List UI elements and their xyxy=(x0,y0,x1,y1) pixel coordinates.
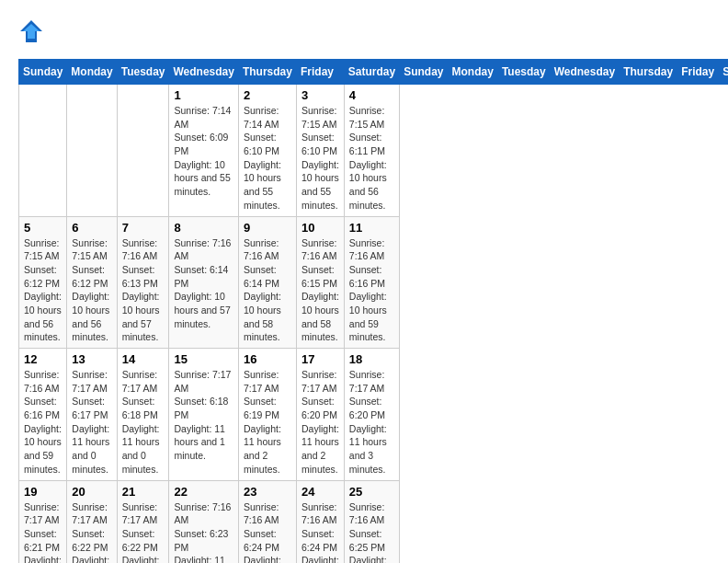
day-cell: 10Sunrise: 7:16 AM Sunset: 6:15 PM Dayli… xyxy=(296,216,344,349)
day-cell: 24Sunrise: 7:16 AM Sunset: 6:24 PM Dayli… xyxy=(296,480,344,563)
day-cell: 16Sunrise: 7:17 AM Sunset: 6:19 PM Dayli… xyxy=(238,349,296,481)
day-cell: 2Sunrise: 7:14 AM Sunset: 6:10 PM Daylig… xyxy=(238,85,296,217)
day-info: Sunrise: 7:17 AM Sunset: 6:20 PM Dayligh… xyxy=(349,368,394,477)
day-cell: 23Sunrise: 7:16 AM Sunset: 6:24 PM Dayli… xyxy=(238,480,296,563)
calendar-table: SundayMondayTuesdayWednesdayThursdayFrid… xyxy=(18,59,728,563)
day-number: 2 xyxy=(244,88,291,102)
day-cell: 11Sunrise: 7:16 AM Sunset: 6:16 PM Dayli… xyxy=(344,216,399,349)
week-row-1: 1Sunrise: 7:14 AM Sunset: 6:09 PM Daylig… xyxy=(19,85,729,217)
day-cell: 19Sunrise: 7:17 AM Sunset: 6:21 PM Dayli… xyxy=(19,480,67,563)
day-info: Sunrise: 7:16 AM Sunset: 6:14 PM Dayligh… xyxy=(174,236,233,331)
week-row-4: 19Sunrise: 7:17 AM Sunset: 6:21 PM Dayli… xyxy=(19,480,729,563)
day-info: Sunrise: 7:16 AM Sunset: 6:16 PM Dayligh… xyxy=(349,236,394,345)
day-number: 4 xyxy=(349,88,394,102)
day-info: Sunrise: 7:15 AM Sunset: 6:10 PM Dayligh… xyxy=(301,104,339,213)
day-info: Sunrise: 7:15 AM Sunset: 6:11 PM Dayligh… xyxy=(349,104,394,213)
day-info: Sunrise: 7:16 AM Sunset: 6:14 PM Dayligh… xyxy=(244,236,291,345)
col-header-wednesday: Wednesday xyxy=(169,60,238,85)
day-info: Sunrise: 7:17 AM Sunset: 6:17 PM Dayligh… xyxy=(72,368,111,477)
day-number: 1 xyxy=(174,88,233,102)
day-cell: 14Sunrise: 7:17 AM Sunset: 6:18 PM Dayli… xyxy=(117,349,169,481)
day-number: 9 xyxy=(244,221,291,235)
day-info: Sunrise: 7:16 AM Sunset: 6:16 PM Dayligh… xyxy=(24,368,62,477)
col-header-sunday: Sunday xyxy=(19,60,67,85)
day-info: Sunrise: 7:17 AM Sunset: 6:20 PM Dayligh… xyxy=(301,368,339,477)
day-cell: 13Sunrise: 7:17 AM Sunset: 6:17 PM Dayli… xyxy=(67,349,117,481)
day-number: 6 xyxy=(72,221,111,235)
day-number: 23 xyxy=(244,485,291,499)
col-header-thursday: Thursday xyxy=(238,60,296,85)
col-header-tuesday: Tuesday xyxy=(117,60,169,85)
day-cell xyxy=(19,85,67,217)
day-info: Sunrise: 7:17 AM Sunset: 6:18 PM Dayligh… xyxy=(174,368,233,463)
day-info: Sunrise: 7:16 AM Sunset: 6:24 PM Dayligh… xyxy=(301,500,339,564)
logo xyxy=(18,18,48,44)
day-number: 18 xyxy=(349,352,394,366)
day-cell: 15Sunrise: 7:17 AM Sunset: 6:18 PM Dayli… xyxy=(169,349,238,481)
day-number: 22 xyxy=(174,485,233,499)
day-info: Sunrise: 7:17 AM Sunset: 6:21 PM Dayligh… xyxy=(24,500,62,564)
day-number: 3 xyxy=(301,88,339,102)
week-row-2: 5Sunrise: 7:15 AM Sunset: 6:12 PM Daylig… xyxy=(19,216,729,349)
day-cell: 18Sunrise: 7:17 AM Sunset: 6:20 PM Dayli… xyxy=(344,349,399,481)
day-number: 11 xyxy=(349,221,394,235)
day-cell: 9Sunrise: 7:16 AM Sunset: 6:14 PM Daylig… xyxy=(238,216,296,349)
day-cell: 3Sunrise: 7:15 AM Sunset: 6:10 PM Daylig… xyxy=(296,85,344,217)
day-number: 13 xyxy=(72,352,111,366)
day-info: Sunrise: 7:14 AM Sunset: 6:10 PM Dayligh… xyxy=(244,104,291,213)
col-header-sunday: Sunday xyxy=(400,60,448,85)
week-row-3: 12Sunrise: 7:16 AM Sunset: 6:16 PM Dayli… xyxy=(19,349,729,481)
day-number: 25 xyxy=(349,485,394,499)
day-number: 24 xyxy=(301,485,339,499)
day-cell: 12Sunrise: 7:16 AM Sunset: 6:16 PM Dayli… xyxy=(19,349,67,481)
day-number: 10 xyxy=(301,221,339,235)
day-info: Sunrise: 7:17 AM Sunset: 6:22 PM Dayligh… xyxy=(72,500,111,564)
day-cell: 7Sunrise: 7:16 AM Sunset: 6:13 PM Daylig… xyxy=(117,216,169,349)
day-cell: 4Sunrise: 7:15 AM Sunset: 6:11 PM Daylig… xyxy=(344,85,399,217)
day-cell: 22Sunrise: 7:16 AM Sunset: 6:23 PM Dayli… xyxy=(169,480,238,563)
header-row: SundayMondayTuesdayWednesdayThursdayFrid… xyxy=(19,60,729,85)
day-number: 16 xyxy=(244,352,291,366)
col-header-saturday: Saturday xyxy=(344,60,399,85)
day-number: 15 xyxy=(174,352,233,366)
col-header-friday: Friday xyxy=(296,60,344,85)
day-info: Sunrise: 7:16 AM Sunset: 6:23 PM Dayligh… xyxy=(174,500,233,564)
day-number: 12 xyxy=(24,352,62,366)
day-cell: 21Sunrise: 7:17 AM Sunset: 6:22 PM Dayli… xyxy=(117,480,169,563)
day-number: 7 xyxy=(122,221,165,235)
day-number: 5 xyxy=(24,221,62,235)
day-info: Sunrise: 7:16 AM Sunset: 6:15 PM Dayligh… xyxy=(301,236,339,345)
day-cell xyxy=(117,85,169,217)
day-info: Sunrise: 7:17 AM Sunset: 6:19 PM Dayligh… xyxy=(244,368,291,477)
col-header-friday: Friday xyxy=(677,60,719,85)
col-header-monday: Monday xyxy=(67,60,117,85)
day-number: 17 xyxy=(301,352,339,366)
day-info: Sunrise: 7:15 AM Sunset: 6:12 PM Dayligh… xyxy=(24,236,62,345)
page-header xyxy=(18,18,710,44)
day-cell: 20Sunrise: 7:17 AM Sunset: 6:22 PM Dayli… xyxy=(67,480,117,563)
day-cell: 5Sunrise: 7:15 AM Sunset: 6:12 PM Daylig… xyxy=(19,216,67,349)
col-header-thursday: Thursday xyxy=(620,60,677,85)
day-info: Sunrise: 7:16 AM Sunset: 6:24 PM Dayligh… xyxy=(244,500,291,564)
day-cell: 8Sunrise: 7:16 AM Sunset: 6:14 PM Daylig… xyxy=(169,216,238,349)
col-header-monday: Monday xyxy=(448,60,497,85)
day-number: 19 xyxy=(24,485,62,499)
day-cell xyxy=(67,85,117,217)
day-info: Sunrise: 7:16 AM Sunset: 6:25 PM Dayligh… xyxy=(349,500,394,564)
day-info: Sunrise: 7:15 AM Sunset: 6:12 PM Dayligh… xyxy=(72,236,111,345)
day-info: Sunrise: 7:17 AM Sunset: 6:22 PM Dayligh… xyxy=(122,500,165,564)
day-number: 21 xyxy=(122,485,165,499)
day-cell: 17Sunrise: 7:17 AM Sunset: 6:20 PM Dayli… xyxy=(296,349,344,481)
day-info: Sunrise: 7:17 AM Sunset: 6:18 PM Dayligh… xyxy=(122,368,165,477)
day-cell: 6Sunrise: 7:15 AM Sunset: 6:12 PM Daylig… xyxy=(67,216,117,349)
logo-icon xyxy=(18,18,44,44)
day-cell: 25Sunrise: 7:16 AM Sunset: 6:25 PM Dayli… xyxy=(344,480,399,563)
day-cell: 1Sunrise: 7:14 AM Sunset: 6:09 PM Daylig… xyxy=(169,85,238,217)
col-header-wednesday: Wednesday xyxy=(550,60,619,85)
col-header-tuesday: Tuesday xyxy=(497,60,550,85)
day-info: Sunrise: 7:14 AM Sunset: 6:09 PM Dayligh… xyxy=(174,104,233,199)
day-number: 14 xyxy=(122,352,165,366)
day-number: 8 xyxy=(174,221,233,235)
day-number: 20 xyxy=(72,485,111,499)
col-header-saturday: Saturday xyxy=(719,60,728,85)
